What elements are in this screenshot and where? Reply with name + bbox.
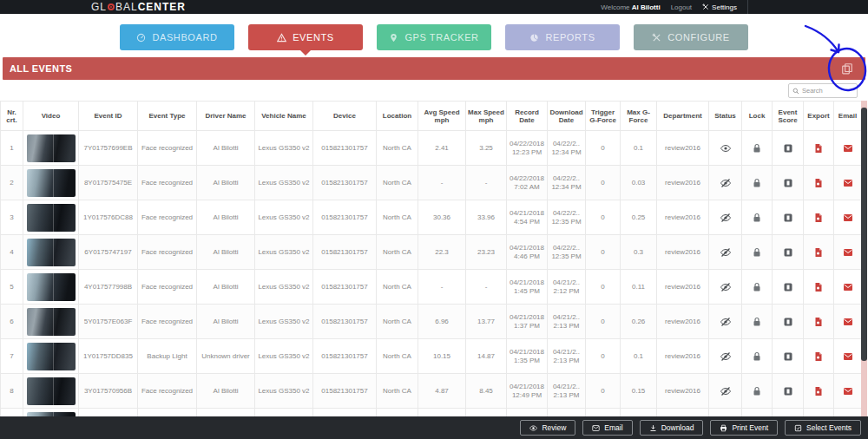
event-score-icon[interactable] bbox=[783, 386, 793, 396]
export-cell[interactable] bbox=[804, 270, 834, 305]
export-cell[interactable] bbox=[804, 131, 834, 166]
event-score-cell[interactable] bbox=[773, 339, 804, 374]
video-cell[interactable] bbox=[23, 305, 79, 339]
video-thumbnail[interactable] bbox=[27, 343, 76, 370]
export-cell[interactable] bbox=[804, 305, 834, 339]
video-thumbnail[interactable] bbox=[27, 169, 76, 197]
lock-cell[interactable] bbox=[742, 305, 773, 339]
status-cell[interactable] bbox=[709, 235, 742, 270]
logout-link[interactable]: Logout bbox=[671, 3, 692, 11]
email-icon[interactable] bbox=[842, 351, 854, 362]
tab-reports[interactable]: REPORTS bbox=[505, 24, 620, 50]
video-thumbnail[interactable] bbox=[27, 377, 76, 405]
eye-slash-icon[interactable] bbox=[720, 178, 732, 188]
export-cell[interactable] bbox=[804, 339, 834, 374]
pdf-export-icon[interactable] bbox=[813, 282, 824, 292]
eye-slash-icon[interactable] bbox=[720, 247, 732, 258]
email-cell[interactable] bbox=[834, 131, 862, 166]
lock-icon[interactable] bbox=[752, 351, 762, 362]
eye-slash-icon[interactable] bbox=[720, 213, 732, 223]
event-score-icon[interactable] bbox=[783, 282, 793, 292]
video-cell[interactable] bbox=[23, 374, 79, 409]
email-icon[interactable] bbox=[842, 386, 854, 396]
email-cell[interactable] bbox=[834, 374, 862, 409]
event-score-cell[interactable] bbox=[773, 374, 804, 409]
eye-slash-icon[interactable] bbox=[720, 351, 732, 362]
status-cell[interactable] bbox=[709, 131, 742, 166]
video-thumbnail[interactable] bbox=[27, 204, 76, 232]
video-cell[interactable] bbox=[23, 131, 79, 166]
email-cell[interactable] bbox=[834, 339, 862, 374]
settings-link[interactable]: Settings bbox=[702, 0, 748, 14]
email-icon[interactable] bbox=[842, 282, 854, 292]
status-cell[interactable] bbox=[709, 270, 742, 305]
video-thumbnail[interactable] bbox=[27, 134, 76, 162]
video-thumbnail[interactable] bbox=[27, 239, 76, 266]
status-cell[interactable] bbox=[709, 339, 742, 374]
lock-icon[interactable] bbox=[752, 247, 762, 258]
scrollbar-thumb[interactable] bbox=[861, 108, 867, 361]
lock-cell[interactable] bbox=[742, 200, 773, 235]
email-cell[interactable] bbox=[834, 200, 862, 235]
lock-icon[interactable] bbox=[752, 317, 762, 327]
export-cell[interactable] bbox=[804, 374, 834, 409]
video-cell[interactable] bbox=[23, 235, 79, 270]
pdf-export-icon[interactable] bbox=[813, 317, 824, 327]
event-score-icon[interactable] bbox=[783, 247, 793, 258]
pdf-export-icon[interactable] bbox=[813, 213, 824, 223]
status-cell[interactable] bbox=[709, 200, 742, 235]
email-icon[interactable] bbox=[842, 317, 854, 327]
lock-icon[interactable] bbox=[752, 282, 762, 292]
event-score-cell[interactable] bbox=[773, 166, 804, 200]
email-cell[interactable] bbox=[834, 305, 862, 339]
status-cell[interactable] bbox=[709, 305, 742, 339]
event-score-cell[interactable] bbox=[773, 200, 804, 235]
pdf-export-icon[interactable] bbox=[813, 143, 824, 154]
email-icon[interactable] bbox=[842, 178, 854, 188]
lock-cell[interactable] bbox=[742, 339, 773, 374]
download-button[interactable]: Download bbox=[640, 420, 704, 436]
event-score-icon[interactable] bbox=[783, 317, 793, 327]
email-cell[interactable] bbox=[834, 235, 862, 270]
pdf-export-icon[interactable] bbox=[813, 386, 824, 396]
export-cell[interactable] bbox=[804, 235, 834, 270]
pdf-export-icon[interactable] bbox=[813, 178, 824, 188]
video-thumbnail[interactable] bbox=[27, 308, 76, 336]
search-input[interactable] bbox=[802, 87, 854, 95]
export-cell[interactable] bbox=[804, 200, 834, 235]
eye-slash-icon[interactable] bbox=[720, 386, 732, 396]
lock-icon[interactable] bbox=[752, 213, 762, 223]
eye-icon[interactable] bbox=[720, 143, 732, 154]
video-thumbnail[interactable] bbox=[27, 273, 76, 301]
pdf-export-icon[interactable] bbox=[813, 351, 824, 362]
email-cell[interactable] bbox=[834, 166, 862, 200]
event-score-cell[interactable] bbox=[773, 305, 804, 339]
event-score-cell[interactable] bbox=[773, 131, 804, 166]
status-cell[interactable] bbox=[709, 374, 742, 409]
video-cell[interactable] bbox=[23, 200, 79, 235]
pdf-export-icon[interactable] bbox=[813, 247, 824, 258]
video-cell[interactable] bbox=[23, 339, 79, 374]
event-score-icon[interactable] bbox=[783, 143, 793, 154]
email-icon[interactable] bbox=[842, 213, 854, 223]
lock-cell[interactable] bbox=[742, 270, 773, 305]
tab-dashboard[interactable]: DASHBOARD bbox=[120, 24, 234, 50]
search-box[interactable] bbox=[788, 83, 858, 98]
email-cell[interactable] bbox=[834, 270, 862, 305]
lock-cell[interactable] bbox=[742, 166, 773, 200]
select-events-button[interactable]: Select Events bbox=[785, 420, 861, 436]
tab-events[interactable]: EVENTS bbox=[248, 24, 363, 50]
event-score-cell[interactable] bbox=[773, 235, 804, 270]
eye-slash-icon[interactable] bbox=[720, 282, 732, 292]
tab-gps-tracker[interactable]: GPS TRACKER bbox=[377, 24, 491, 50]
event-score-icon[interactable] bbox=[783, 351, 793, 362]
video-cell[interactable] bbox=[23, 270, 79, 305]
email-icon[interactable] bbox=[842, 247, 854, 258]
event-score-icon[interactable] bbox=[783, 213, 793, 223]
review-button[interactable]: Review bbox=[520, 420, 575, 436]
event-score-cell[interactable] bbox=[773, 270, 804, 305]
status-cell[interactable] bbox=[709, 166, 742, 200]
lock-icon[interactable] bbox=[752, 386, 762, 396]
print-event-button[interactable]: Print Event bbox=[710, 420, 778, 436]
export-cell[interactable] bbox=[804, 166, 834, 200]
